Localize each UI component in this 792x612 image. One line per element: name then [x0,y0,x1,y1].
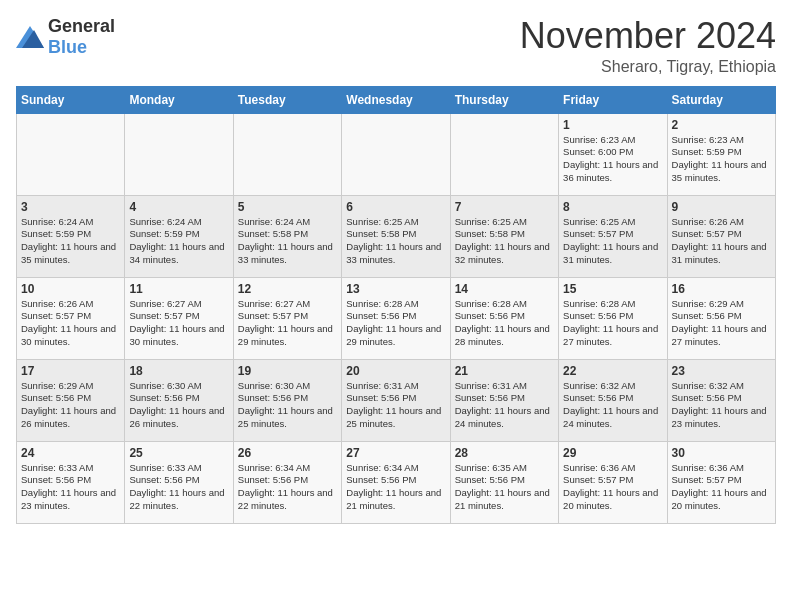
day-number: 12 [238,282,337,296]
calendar-cell: 1Sunrise: 6:23 AM Sunset: 6:00 PM Daylig… [559,113,667,195]
calendar-cell: 7Sunrise: 6:25 AM Sunset: 5:58 PM Daylig… [450,195,558,277]
day-info: Sunrise: 6:26 AM Sunset: 5:57 PM Dayligh… [21,298,120,349]
calendar-cell: 28Sunrise: 6:35 AM Sunset: 5:56 PM Dayli… [450,441,558,523]
day-number: 3 [21,200,120,214]
day-info: Sunrise: 6:25 AM Sunset: 5:58 PM Dayligh… [346,216,445,267]
day-info: Sunrise: 6:24 AM Sunset: 5:59 PM Dayligh… [21,216,120,267]
calendar-week: 17Sunrise: 6:29 AM Sunset: 5:56 PM Dayli… [17,359,776,441]
day-number: 19 [238,364,337,378]
day-number: 20 [346,364,445,378]
day-info: Sunrise: 6:35 AM Sunset: 5:56 PM Dayligh… [455,462,554,513]
header-day: Friday [559,86,667,113]
day-info: Sunrise: 6:32 AM Sunset: 5:56 PM Dayligh… [563,380,662,431]
calendar-cell: 22Sunrise: 6:32 AM Sunset: 5:56 PM Dayli… [559,359,667,441]
logo-icon [16,26,44,48]
calendar-cell: 13Sunrise: 6:28 AM Sunset: 5:56 PM Dayli… [342,277,450,359]
header-day: Tuesday [233,86,341,113]
day-number: 27 [346,446,445,460]
calendar-cell [125,113,233,195]
day-info: Sunrise: 6:29 AM Sunset: 5:56 PM Dayligh… [21,380,120,431]
day-number: 15 [563,282,662,296]
calendar-body: 1Sunrise: 6:23 AM Sunset: 6:00 PM Daylig… [17,113,776,523]
day-number: 13 [346,282,445,296]
calendar-cell: 27Sunrise: 6:34 AM Sunset: 5:56 PM Dayli… [342,441,450,523]
logo: General Blue [16,16,115,58]
day-info: Sunrise: 6:25 AM Sunset: 5:58 PM Dayligh… [455,216,554,267]
day-number: 24 [21,446,120,460]
day-info: Sunrise: 6:36 AM Sunset: 5:57 PM Dayligh… [672,462,771,513]
calendar-cell [233,113,341,195]
day-info: Sunrise: 6:27 AM Sunset: 5:57 PM Dayligh… [238,298,337,349]
day-info: Sunrise: 6:23 AM Sunset: 5:59 PM Dayligh… [672,134,771,185]
logo-text: General Blue [48,16,115,58]
calendar-table: SundayMondayTuesdayWednesdayThursdayFrid… [16,86,776,524]
day-info: Sunrise: 6:34 AM Sunset: 5:56 PM Dayligh… [346,462,445,513]
calendar-cell: 24Sunrise: 6:33 AM Sunset: 5:56 PM Dayli… [17,441,125,523]
calendar-cell: 19Sunrise: 6:30 AM Sunset: 5:56 PM Dayli… [233,359,341,441]
calendar-cell: 17Sunrise: 6:29 AM Sunset: 5:56 PM Dayli… [17,359,125,441]
day-number: 17 [21,364,120,378]
calendar-cell: 14Sunrise: 6:28 AM Sunset: 5:56 PM Dayli… [450,277,558,359]
day-info: Sunrise: 6:24 AM Sunset: 5:58 PM Dayligh… [238,216,337,267]
day-number: 30 [672,446,771,460]
day-number: 10 [21,282,120,296]
day-info: Sunrise: 6:24 AM Sunset: 5:59 PM Dayligh… [129,216,228,267]
calendar-week: 3Sunrise: 6:24 AM Sunset: 5:59 PM Daylig… [17,195,776,277]
calendar-cell: 21Sunrise: 6:31 AM Sunset: 5:56 PM Dayli… [450,359,558,441]
calendar-cell: 15Sunrise: 6:28 AM Sunset: 5:56 PM Dayli… [559,277,667,359]
calendar-cell: 30Sunrise: 6:36 AM Sunset: 5:57 PM Dayli… [667,441,775,523]
day-info: Sunrise: 6:23 AM Sunset: 6:00 PM Dayligh… [563,134,662,185]
calendar-cell: 11Sunrise: 6:27 AM Sunset: 5:57 PM Dayli… [125,277,233,359]
header-day: Sunday [17,86,125,113]
day-number: 26 [238,446,337,460]
calendar-cell: 10Sunrise: 6:26 AM Sunset: 5:57 PM Dayli… [17,277,125,359]
day-info: Sunrise: 6:34 AM Sunset: 5:56 PM Dayligh… [238,462,337,513]
header-day: Thursday [450,86,558,113]
day-number: 6 [346,200,445,214]
calendar-cell: 4Sunrise: 6:24 AM Sunset: 5:59 PM Daylig… [125,195,233,277]
day-info: Sunrise: 6:31 AM Sunset: 5:56 PM Dayligh… [455,380,554,431]
logo-blue: Blue [48,37,87,57]
day-number: 8 [563,200,662,214]
calendar-cell: 16Sunrise: 6:29 AM Sunset: 5:56 PM Dayli… [667,277,775,359]
header-day: Monday [125,86,233,113]
calendar-cell: 20Sunrise: 6:31 AM Sunset: 5:56 PM Dayli… [342,359,450,441]
calendar-cell: 23Sunrise: 6:32 AM Sunset: 5:56 PM Dayli… [667,359,775,441]
day-info: Sunrise: 6:28 AM Sunset: 5:56 PM Dayligh… [346,298,445,349]
day-number: 29 [563,446,662,460]
day-info: Sunrise: 6:26 AM Sunset: 5:57 PM Dayligh… [672,216,771,267]
day-info: Sunrise: 6:30 AM Sunset: 5:56 PM Dayligh… [238,380,337,431]
calendar-cell: 12Sunrise: 6:27 AM Sunset: 5:57 PM Dayli… [233,277,341,359]
day-number: 11 [129,282,228,296]
day-info: Sunrise: 6:25 AM Sunset: 5:57 PM Dayligh… [563,216,662,267]
page-header: General Blue November 2024 Sheraro, Tigr… [16,16,776,76]
calendar-cell: 8Sunrise: 6:25 AM Sunset: 5:57 PM Daylig… [559,195,667,277]
calendar-cell [17,113,125,195]
day-info: Sunrise: 6:36 AM Sunset: 5:57 PM Dayligh… [563,462,662,513]
day-number: 7 [455,200,554,214]
day-number: 9 [672,200,771,214]
day-number: 5 [238,200,337,214]
day-number: 4 [129,200,228,214]
day-info: Sunrise: 6:28 AM Sunset: 5:56 PM Dayligh… [563,298,662,349]
day-info: Sunrise: 6:29 AM Sunset: 5:56 PM Dayligh… [672,298,771,349]
day-number: 2 [672,118,771,132]
calendar-cell: 3Sunrise: 6:24 AM Sunset: 5:59 PM Daylig… [17,195,125,277]
calendar-cell: 25Sunrise: 6:33 AM Sunset: 5:56 PM Dayli… [125,441,233,523]
calendar-week: 1Sunrise: 6:23 AM Sunset: 6:00 PM Daylig… [17,113,776,195]
logo-general: General [48,16,115,36]
day-number: 16 [672,282,771,296]
day-number: 21 [455,364,554,378]
day-info: Sunrise: 6:27 AM Sunset: 5:57 PM Dayligh… [129,298,228,349]
header-day: Wednesday [342,86,450,113]
day-info: Sunrise: 6:30 AM Sunset: 5:56 PM Dayligh… [129,380,228,431]
day-info: Sunrise: 6:33 AM Sunset: 5:56 PM Dayligh… [21,462,120,513]
day-number: 1 [563,118,662,132]
day-info: Sunrise: 6:31 AM Sunset: 5:56 PM Dayligh… [346,380,445,431]
calendar-cell [342,113,450,195]
day-info: Sunrise: 6:33 AM Sunset: 5:56 PM Dayligh… [129,462,228,513]
calendar-cell: 26Sunrise: 6:34 AM Sunset: 5:56 PM Dayli… [233,441,341,523]
calendar-header: SundayMondayTuesdayWednesdayThursdayFrid… [17,86,776,113]
day-number: 22 [563,364,662,378]
day-info: Sunrise: 6:28 AM Sunset: 5:56 PM Dayligh… [455,298,554,349]
